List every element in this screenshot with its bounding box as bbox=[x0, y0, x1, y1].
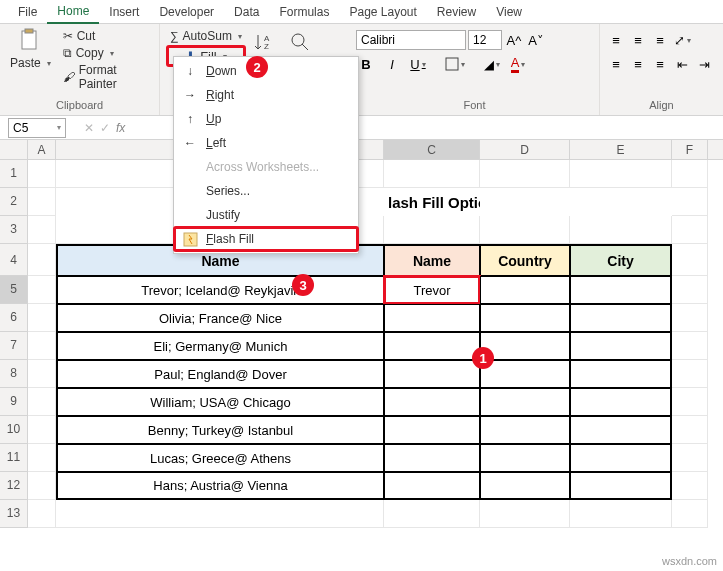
bold-button[interactable]: B bbox=[356, 54, 376, 74]
table-cell[interactable]: Paul; England@ Dover bbox=[56, 360, 384, 388]
col-header-e[interactable]: E bbox=[570, 140, 672, 159]
fill-right-item[interactable]: →Right bbox=[174, 83, 358, 107]
callout-1: 1 bbox=[472, 347, 494, 369]
cut-button[interactable]: ✂Cut bbox=[59, 28, 153, 44]
fill-across-item: Across Worksheets... bbox=[174, 155, 358, 179]
header-city[interactable]: City bbox=[570, 244, 672, 276]
sort-icon[interactable]: AZ bbox=[251, 28, 279, 56]
align-label: Align bbox=[606, 99, 717, 113]
ribbon-tabs: File Home Insert Developer Data Formulas… bbox=[0, 0, 723, 24]
group-alignment: ≡ ≡ ≡ ⤢ ≡ ≡ ≡ ⇤ ⇥ Align bbox=[600, 24, 723, 115]
align-middle-button[interactable]: ≡ bbox=[628, 30, 648, 50]
table-cell[interactable]: William; USA@ Chicago bbox=[56, 388, 384, 416]
col-header-f[interactable]: F bbox=[672, 140, 708, 159]
fill-left-item[interactable]: ←Left bbox=[174, 131, 358, 155]
font-group-label: Font bbox=[356, 99, 593, 113]
font-size-select[interactable] bbox=[468, 30, 502, 50]
tab-insert[interactable]: Insert bbox=[99, 1, 149, 23]
paste-button[interactable]: Paste bbox=[6, 55, 55, 71]
fill-series-item[interactable]: Series... bbox=[174, 179, 358, 203]
row-header[interactable]: 2 bbox=[0, 188, 28, 216]
fill-justify-item[interactable]: Justify bbox=[174, 203, 358, 227]
table-cell[interactable]: Eli; Germany@ Munich bbox=[56, 332, 384, 360]
row-header[interactable]: 10 bbox=[0, 416, 28, 444]
find-icon[interactable] bbox=[286, 28, 314, 56]
row-header[interactable]: 12 bbox=[0, 472, 28, 500]
flash-fill-item[interactable]: Flash Fill bbox=[174, 227, 358, 251]
tab-view[interactable]: View bbox=[486, 1, 532, 23]
name-box[interactable]: C5▾ bbox=[8, 118, 66, 138]
autosum-button[interactable]: ∑AutoSum bbox=[166, 28, 246, 44]
italic-button[interactable]: I bbox=[382, 54, 402, 74]
row-header[interactable]: 1 bbox=[0, 160, 28, 188]
col-header-a[interactable]: A bbox=[28, 140, 56, 159]
header-name[interactable]: Name bbox=[384, 244, 480, 276]
watermark: wsxdn.com bbox=[662, 555, 717, 567]
header-country[interactable]: Country bbox=[480, 244, 570, 276]
brush-icon: 🖌 bbox=[63, 70, 75, 84]
title-cell[interactable]: lash Fill Option bbox=[384, 188, 480, 216]
formula-bar: C5▾ ✕ ✓ fx bbox=[0, 116, 723, 140]
col-header-c[interactable]: C bbox=[384, 140, 480, 159]
table-cell[interactable]: Olivia; France@ Nice bbox=[56, 304, 384, 332]
select-all-corner[interactable] bbox=[0, 140, 28, 159]
clipboard-label: Clipboard bbox=[6, 99, 153, 113]
fill-color-button[interactable]: ◢ bbox=[482, 54, 502, 74]
align-center-button[interactable]: ≡ bbox=[628, 54, 648, 74]
row-header[interactable]: 3 bbox=[0, 216, 28, 244]
tab-formulas[interactable]: Formulas bbox=[269, 1, 339, 23]
sigma-icon: ∑ bbox=[170, 29, 179, 43]
flash-fill-icon bbox=[182, 231, 198, 247]
row-header[interactable]: 13 bbox=[0, 500, 28, 528]
orientation-button[interactable]: ⤢ bbox=[672, 30, 692, 50]
increase-font-button[interactable]: A^ bbox=[504, 30, 524, 50]
align-bottom-button[interactable]: ≡ bbox=[650, 30, 670, 50]
font-name-select[interactable] bbox=[356, 30, 466, 50]
table-cell[interactable]: Hans; Austria@ Vienna bbox=[56, 472, 384, 500]
fx-icon[interactable]: fx bbox=[116, 121, 125, 135]
arrow-down-icon: ↓ bbox=[182, 63, 198, 79]
indent-left-button[interactable]: ⇤ bbox=[672, 54, 692, 74]
spreadsheet-grid: A B C D E F 1 2lash Fill Option 3 4NameN… bbox=[0, 140, 723, 528]
arrow-left-icon: ← bbox=[182, 135, 198, 151]
row-header[interactable]: 5 bbox=[0, 276, 28, 304]
row-header[interactable]: 11 bbox=[0, 444, 28, 472]
paste-icon[interactable] bbox=[16, 26, 44, 54]
underline-button[interactable]: U bbox=[408, 54, 428, 74]
indent-right-button[interactable]: ⇥ bbox=[694, 54, 714, 74]
tab-home[interactable]: Home bbox=[47, 0, 99, 24]
copy-button[interactable]: ⧉Copy bbox=[59, 45, 153, 61]
copy-icon: ⧉ bbox=[63, 46, 72, 60]
tab-developer[interactable]: Developer bbox=[149, 1, 224, 23]
row-header[interactable]: 8 bbox=[0, 360, 28, 388]
align-top-button[interactable]: ≡ bbox=[606, 30, 626, 50]
row-header[interactable]: 4 bbox=[0, 244, 28, 276]
group-clipboard: Paste ✂Cut ⧉Copy 🖌Format Painter Clipboa… bbox=[0, 24, 160, 115]
row-header[interactable]: 9 bbox=[0, 388, 28, 416]
active-cell[interactable]: Trevor bbox=[384, 276, 480, 304]
table-cell[interactable]: Benny; Turkey@ Istanbul bbox=[56, 416, 384, 444]
decrease-font-button[interactable]: A˅ bbox=[526, 30, 546, 50]
svg-text:Z: Z bbox=[264, 42, 269, 51]
col-header-d[interactable]: D bbox=[480, 140, 570, 159]
svg-rect-6 bbox=[446, 58, 458, 70]
tab-review[interactable]: Review bbox=[427, 1, 486, 23]
fill-up-item[interactable]: ↑Up bbox=[174, 107, 358, 131]
font-color-button[interactable]: A bbox=[508, 54, 528, 74]
enter-icon[interactable]: ✓ bbox=[100, 121, 110, 135]
tab-data[interactable]: Data bbox=[224, 1, 269, 23]
cancel-icon[interactable]: ✕ bbox=[84, 121, 94, 135]
table-cell[interactable]: Trevor; Iceland@ Reykjavik bbox=[56, 276, 384, 304]
svg-rect-1 bbox=[25, 29, 33, 33]
row-header[interactable]: 7 bbox=[0, 332, 28, 360]
row-header[interactable]: 6 bbox=[0, 304, 28, 332]
border-button[interactable] bbox=[445, 54, 465, 74]
format-painter-button[interactable]: 🖌Format Painter bbox=[59, 62, 153, 92]
tab-page-layout[interactable]: Page Layout bbox=[339, 1, 426, 23]
callout-2: 2 bbox=[246, 56, 268, 78]
align-right-button[interactable]: ≡ bbox=[650, 54, 670, 74]
tab-file[interactable]: File bbox=[8, 1, 47, 23]
table-cell[interactable]: Lucas; Greece@ Athens bbox=[56, 444, 384, 472]
group-font: A^ A˅ B I U ◢ A Font bbox=[350, 24, 600, 115]
align-left-button[interactable]: ≡ bbox=[606, 54, 626, 74]
